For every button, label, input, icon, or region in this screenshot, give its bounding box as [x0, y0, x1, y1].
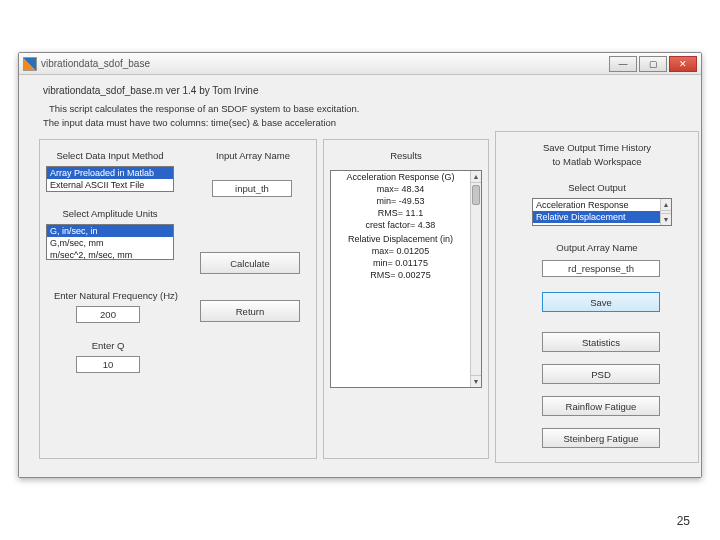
- output-option-reldisp[interactable]: Relative Displacement: [533, 211, 660, 223]
- method-option-ascii[interactable]: External ASCII Text File: [47, 179, 173, 191]
- results-line: min= -49.53: [331, 195, 470, 207]
- window-title: vibrationdata_sdof_base: [41, 58, 150, 69]
- select-output-label: Select Output: [496, 182, 698, 193]
- page-number: 25: [677, 514, 690, 528]
- amp-option-1[interactable]: G,m/sec, mm: [47, 237, 173, 249]
- close-button[interactable]: ✕: [669, 56, 697, 72]
- save-header-2: to Matlab Workspace: [496, 156, 698, 167]
- output-panel: Save Output Time History to Matlab Works…: [495, 131, 699, 463]
- q-input[interactable]: 10: [76, 356, 140, 373]
- results-line: Acceleration Response (G): [331, 171, 470, 183]
- input-note: The input data must have two columns: ti…: [43, 117, 336, 128]
- amplitude-units-label: Select Amplitude Units: [50, 208, 170, 219]
- app-window: vibrationdata_sdof_base — ▢ ✕ vibrationd…: [18, 52, 702, 478]
- input-method-list[interactable]: Array Preloaded in Matlab External ASCII…: [46, 166, 174, 192]
- amp-option-0[interactable]: G, in/sec, in: [47, 225, 173, 237]
- calculate-button[interactable]: Calculate: [200, 252, 300, 274]
- input-panel: Select Data Input Method Array Preloaded…: [39, 139, 317, 459]
- titlebar: vibrationdata_sdof_base — ▢ ✕: [19, 53, 701, 75]
- statistics-button[interactable]: Statistics: [542, 332, 660, 352]
- scroll-down-icon[interactable]: ▼: [661, 213, 671, 225]
- save-button[interactable]: Save: [542, 292, 660, 312]
- scroll-down-icon[interactable]: ▼: [471, 375, 481, 387]
- results-line: max= 0.01205: [331, 245, 470, 257]
- nat-freq-label: Enter Natural Frequency (Hz): [46, 290, 186, 301]
- scroll-up-icon[interactable]: ▲: [661, 199, 671, 211]
- results-scrollbar[interactable]: ▲ ▼: [470, 171, 481, 387]
- nat-freq-input[interactable]: 200: [76, 306, 140, 323]
- script-title: vibrationdata_sdof_base.m ver 1.4 by Tom…: [43, 85, 259, 96]
- return-button[interactable]: Return: [200, 300, 300, 322]
- scroll-thumb[interactable]: [472, 185, 480, 205]
- q-label: Enter Q: [76, 340, 140, 351]
- select-method-label: Select Data Input Method: [50, 150, 170, 161]
- amp-option-2[interactable]: m/sec^2, m/sec, mm: [47, 249, 173, 261]
- input-array-input[interactable]: input_th: [212, 180, 292, 197]
- output-select-list[interactable]: Acceleration Response Relative Displacem…: [532, 198, 672, 226]
- output-scrollbar[interactable]: ▲ ▼: [660, 199, 671, 225]
- results-line: crest factor= 4.38: [331, 219, 470, 231]
- content-area: vibrationdata_sdof_base.m ver 1.4 by Tom…: [19, 75, 701, 477]
- output-option-accel[interactable]: Acceleration Response: [533, 199, 660, 211]
- results-line: RMS= 0.00275: [331, 269, 470, 281]
- rainflow-button[interactable]: Rainflow Fatigue: [542, 396, 660, 416]
- results-list[interactable]: Acceleration Response (G) max= 48.34 min…: [330, 170, 482, 388]
- results-panel: Results Acceleration Response (G) max= 4…: [323, 139, 489, 459]
- steinberg-button[interactable]: Steinberg Fatigue: [542, 428, 660, 448]
- output-array-input[interactable]: rd_response_th: [542, 260, 660, 277]
- save-header-1: Save Output Time History: [496, 142, 698, 153]
- method-option-preloaded[interactable]: Array Preloaded in Matlab: [47, 167, 173, 179]
- results-line: max= 48.34: [331, 183, 470, 195]
- results-line: min= 0.01175: [331, 257, 470, 269]
- input-array-label: Input Array Name: [198, 150, 308, 161]
- minimize-button[interactable]: —: [609, 56, 637, 72]
- output-array-label: Output Array Name: [496, 242, 698, 253]
- results-title: Results: [324, 150, 488, 161]
- scroll-up-icon[interactable]: ▲: [471, 171, 481, 183]
- results-line: Relative Displacement (in): [331, 233, 470, 245]
- amplitude-units-list[interactable]: G, in/sec, in G,m/sec, mm m/sec^2, m/sec…: [46, 224, 174, 260]
- script-desc: This script calculates the response of a…: [49, 103, 359, 114]
- maximize-button[interactable]: ▢: [639, 56, 667, 72]
- psd-button[interactable]: PSD: [542, 364, 660, 384]
- results-line: RMS= 11.1: [331, 207, 470, 219]
- app-icon: [23, 57, 37, 71]
